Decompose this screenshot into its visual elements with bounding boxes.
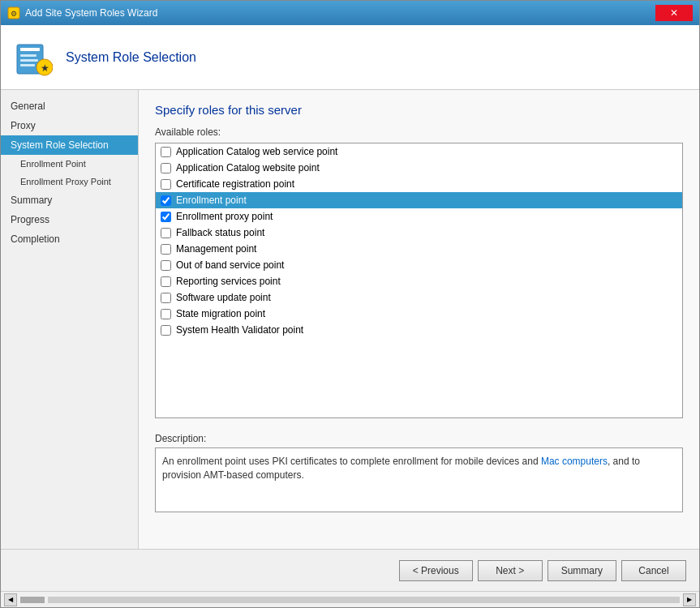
role-label-fallback-status: Fallback status point	[176, 227, 264, 238]
svg-text:★: ★	[41, 62, 49, 74]
roles-list: Application Catalog web service point Ap…	[155, 143, 683, 418]
role-item-management-point[interactable]: Management point	[156, 241, 682, 257]
close-button[interactable]: ✕	[655, 5, 693, 21]
role-checkbox-app-catalog-web[interactable]	[161, 147, 171, 157]
wizard-window: ⚙ Add Site System Roles Wizard ✕ ★ Syste…	[0, 0, 700, 608]
role-item-app-catalog-web[interactable]: Application Catalog web service point	[156, 143, 682, 160]
role-checkbox-software-update[interactable]	[161, 293, 171, 303]
window-title: Add Site System Roles Wizard	[25, 7, 157, 19]
title-bar-left: ⚙ Add Site System Roles Wizard	[7, 6, 157, 19]
scroll-left-arrow[interactable]: ◀	[4, 593, 17, 606]
description-section: Description: An enrollment point uses PK…	[155, 433, 683, 512]
description-text-highlight: Mac computers	[541, 456, 608, 467]
title-bar: ⚙ Add Site System Roles Wizard ✕	[1, 1, 699, 25]
summary-button[interactable]: Summary	[548, 560, 616, 581]
role-checkbox-system-health[interactable]	[161, 325, 171, 336]
role-label-app-catalog-web: Application Catalog web service point	[176, 146, 337, 157]
role-label-enrollment-point: Enrollment point	[176, 195, 247, 206]
page-title: Specify roles for this server	[155, 103, 683, 117]
role-checkbox-out-of-band[interactable]	[161, 260, 171, 271]
role-label-out-of-band: Out of band service point	[176, 259, 284, 271]
app-icon: ⚙	[7, 6, 20, 19]
wizard-header-icon: ★	[14, 38, 53, 77]
header-title: System Role Selection	[66, 50, 196, 65]
role-item-software-update[interactable]: Software update point	[156, 289, 682, 306]
role-checkbox-enrollment-proxy-point[interactable]	[161, 212, 171, 222]
sidebar-item-system-role-selection[interactable]: System Role Selection	[1, 135, 138, 155]
next-button[interactable]: Next >	[478, 560, 543, 581]
sidebar-item-completion[interactable]: Completion	[1, 229, 138, 249]
role-label-reporting-services: Reporting services point	[176, 276, 281, 287]
scroll-track	[48, 597, 680, 603]
sidebar-item-summary[interactable]: Summary	[1, 191, 138, 210]
main-content: Specify roles for this server Available …	[139, 90, 699, 549]
sidebar: General Proxy System Role Selection Enro…	[1, 90, 139, 549]
role-checkbox-cert-registration[interactable]	[161, 179, 171, 190]
wizard-header: ★ System Role Selection	[1, 25, 699, 90]
available-roles-label: Available roles:	[155, 126, 683, 138]
role-checkbox-app-catalog-website[interactable]	[161, 163, 171, 173]
scroll-thumb[interactable]	[20, 597, 45, 603]
role-label-system-health: System Health Validator point	[176, 324, 303, 336]
svg-rect-5	[20, 59, 38, 62]
sidebar-item-enrollment-point[interactable]: Enrollment Point	[1, 155, 138, 173]
role-checkbox-management-point[interactable]	[161, 244, 171, 255]
svg-rect-3	[20, 48, 40, 51]
role-item-out-of-band[interactable]: Out of band service point	[156, 257, 682, 273]
role-item-app-catalog-website[interactable]: Application Catalog website point	[156, 160, 682, 176]
role-label-management-point: Management point	[176, 243, 256, 255]
role-item-system-health[interactable]: System Health Validator point	[156, 322, 682, 338]
role-item-enrollment-point[interactable]: Enrollment point	[156, 192, 682, 208]
role-checkbox-fallback-status[interactable]	[161, 228, 171, 238]
role-label-software-update: Software update point	[176, 292, 271, 303]
role-checkbox-enrollment-point[interactable]	[161, 195, 171, 206]
role-item-cert-registration[interactable]: Certificate registration point	[156, 176, 682, 192]
role-checkbox-state-migration[interactable]	[161, 309, 171, 319]
role-item-enrollment-proxy-point[interactable]: Enrollment proxy point	[156, 208, 682, 225]
cancel-button[interactable]: Cancel	[621, 560, 686, 581]
svg-rect-4	[20, 54, 37, 57]
scrollbar-area: ◀ ▶	[1, 591, 699, 607]
scroll-right-arrow[interactable]: ▶	[683, 593, 696, 606]
sidebar-item-enrollment-proxy-point[interactable]: Enrollment Proxy Point	[1, 173, 138, 191]
previous-button[interactable]: < Previous	[399, 560, 473, 581]
svg-rect-6	[20, 64, 35, 66]
role-label-state-migration: State migration point	[176, 308, 265, 319]
content-area: General Proxy System Role Selection Enro…	[1, 90, 699, 549]
role-item-state-migration[interactable]: State migration point	[156, 306, 682, 322]
sidebar-item-proxy[interactable]: Proxy	[1, 116, 138, 135]
description-label: Description:	[155, 433, 683, 444]
role-label-cert-registration: Certificate registration point	[176, 178, 294, 190]
svg-text:⚙: ⚙	[11, 10, 17, 18]
description-text-part1: An enrollment point uses PKI certificate…	[162, 456, 541, 467]
description-box: An enrollment point uses PKI certificate…	[155, 447, 683, 512]
role-checkbox-reporting-services[interactable]	[161, 276, 171, 287]
wizard-footer: < Previous Next > Summary Cancel	[1, 549, 699, 591]
role-label-app-catalog-website: Application Catalog website point	[176, 162, 320, 173]
sidebar-item-general[interactable]: General	[1, 96, 138, 116]
sidebar-item-progress[interactable]: Progress	[1, 210, 138, 229]
role-item-reporting-services[interactable]: Reporting services point	[156, 273, 682, 289]
role-label-enrollment-proxy-point: Enrollment proxy point	[176, 211, 273, 222]
role-item-fallback-status[interactable]: Fallback status point	[156, 225, 682, 241]
